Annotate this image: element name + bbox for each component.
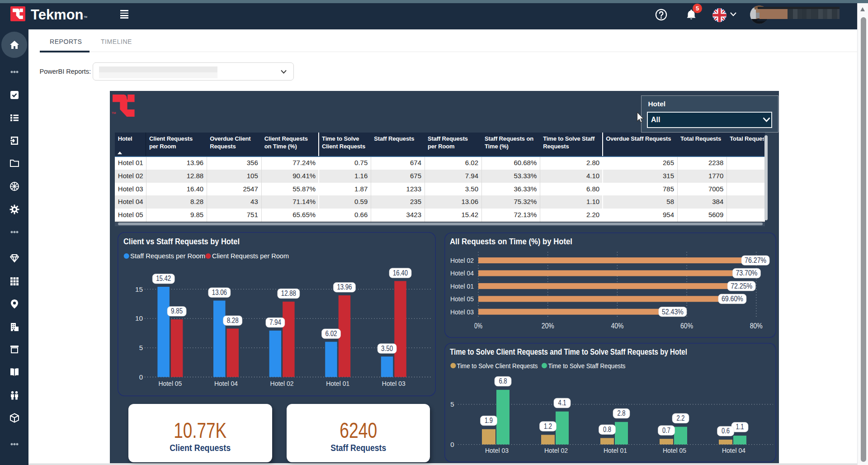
svg-text:73.70%: 73.70% — [736, 269, 757, 277]
svg-text:1.9: 1.9 — [485, 417, 493, 424]
svg-text:13.96: 13.96 — [337, 283, 352, 291]
svg-text:2.2: 2.2 — [677, 414, 685, 422]
svg-text:Hotel 05: Hotel 05 — [663, 446, 686, 454]
svg-text:Time to Solve Staff Requests: Time to Solve Staff Requests — [548, 362, 626, 370]
svg-text:8.28: 8.28 — [227, 317, 239, 324]
svg-text:Client vs Staff Requests by Ho: Client vs Staff Requests by Hotel — [123, 237, 240, 246]
svg-text:Hotel 02: Hotel 02 — [450, 256, 474, 264]
svg-text:1.1: 1.1 — [736, 423, 744, 431]
svg-text:69.60%: 69.60% — [722, 295, 743, 303]
svg-text:16.40: 16.40 — [393, 269, 408, 277]
svg-text:Hotel 01: Hotel 01 — [450, 282, 474, 290]
svg-text:72.25%: 72.25% — [731, 282, 752, 290]
svg-text:Hotel 03: Hotel 03 — [382, 380, 406, 387]
svg-text:4.1: 4.1 — [558, 399, 566, 407]
svg-text:Client Requests per Room: Client Requests per Room — [212, 252, 289, 260]
svg-text:Client Requests: Client Requests — [170, 442, 231, 453]
svg-text:15: 15 — [135, 285, 143, 293]
svg-text:20%: 20% — [542, 322, 554, 330]
svg-text:Hotel 04: Hotel 04 — [722, 446, 745, 454]
svg-text:Hotel 02: Hotel 02 — [544, 446, 568, 454]
svg-text:40%: 40% — [611, 322, 623, 330]
svg-text:0: 0 — [450, 441, 454, 448]
svg-text:Hotel 05: Hotel 05 — [450, 295, 474, 303]
svg-text:0.8: 0.8 — [603, 426, 611, 433]
svg-text:Hotel 05: Hotel 05 — [158, 380, 182, 387]
svg-text:6.8: 6.8 — [499, 377, 507, 385]
svg-text:52.43%: 52.43% — [662, 308, 684, 316]
svg-text:10.77K: 10.77K — [174, 418, 226, 442]
svg-text:76.27%: 76.27% — [745, 256, 766, 264]
svg-text:5: 5 — [450, 400, 454, 408]
svg-text:13.06: 13.06 — [212, 289, 227, 296]
svg-text:15.42: 15.42 — [156, 275, 171, 282]
svg-text:Hotel 04: Hotel 04 — [450, 269, 474, 277]
svg-text:Staff Requests: Staff Requests — [330, 442, 386, 453]
svg-text:9.85: 9.85 — [171, 307, 183, 315]
svg-text:0.7: 0.7 — [662, 427, 670, 434]
svg-text:Staff Requests per Room: Staff Requests per Room — [130, 252, 205, 260]
svg-text:All Requests on Time (%) by Ho: All Requests on Time (%) by Hotel — [450, 237, 572, 246]
svg-text:Hotel 01: Hotel 01 — [604, 446, 627, 454]
svg-text:Time to Solve Client Requests: Time to Solve Client Requests — [457, 362, 538, 370]
svg-text:Hotel 04: Hotel 04 — [214, 380, 238, 387]
svg-text:Hotel 03: Hotel 03 — [485, 446, 509, 454]
svg-text:6.02: 6.02 — [326, 330, 337, 337]
svg-text:10: 10 — [135, 314, 143, 322]
svg-text:3.50: 3.50 — [381, 345, 393, 352]
svg-text:2.8: 2.8 — [618, 409, 626, 417]
svg-text:5: 5 — [139, 344, 143, 351]
svg-text:80%: 80% — [750, 322, 763, 330]
svg-text:Hotel 02: Hotel 02 — [270, 380, 294, 387]
svg-text:0: 0 — [139, 373, 143, 381]
svg-text:0.6: 0.6 — [722, 427, 730, 435]
svg-text:0%: 0% — [474, 322, 482, 330]
svg-text:6240: 6240 — [340, 418, 377, 442]
svg-text:60%: 60% — [680, 322, 693, 330]
svg-text:Hotel 03: Hotel 03 — [450, 308, 474, 316]
svg-text:1.2: 1.2 — [544, 422, 552, 430]
svg-text:12.88: 12.88 — [281, 289, 296, 297]
svg-text:Time to Solve Client Requests: Time to Solve Client Requests and Time t… — [450, 347, 687, 356]
svg-text:Hotel 01: Hotel 01 — [326, 380, 349, 387]
svg-text:7.94: 7.94 — [269, 318, 281, 326]
